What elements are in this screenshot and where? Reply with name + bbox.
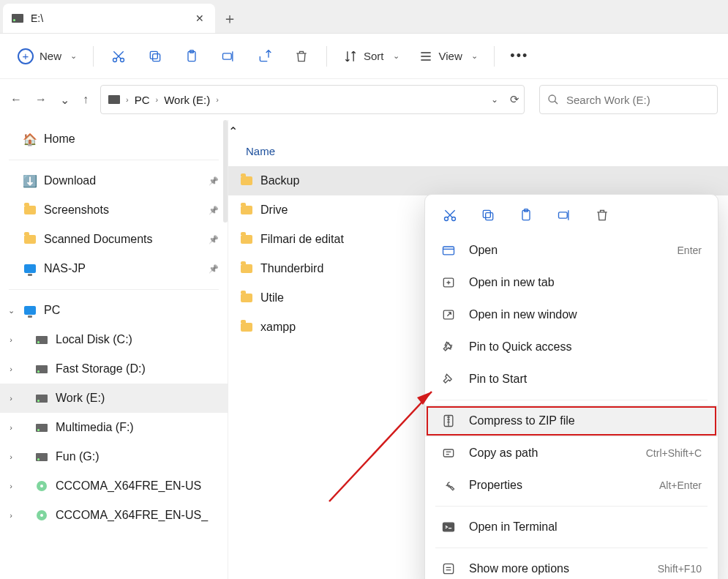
new-tab-button[interactable]: ＋ [215, 4, 244, 33]
search-input[interactable] [566, 94, 710, 106]
back-button[interactable]: ← [10, 93, 22, 107]
sidebar-item-label: CCCOMA_X64FRE_EN-US [56, 479, 201, 493]
refresh-button[interactable]: ⟳ [510, 93, 519, 106]
sidebar-drive-g[interactable]: › Fun (G:) [0, 442, 228, 471]
expand-icon[interactable]: › [4, 511, 18, 520]
ctx-more-options[interactable]: Show more options Shift+F10 [425, 553, 718, 579]
file-row[interactable]: Backup [228, 166, 728, 195]
sidebar: 🏠 Home ⬇️ Download Screenshots Scanned D… [0, 120, 228, 579]
sidebar-item-screenshots[interactable]: Screenshots [0, 195, 228, 225]
clipboard-icon [184, 49, 199, 64]
address-bar[interactable]: › PC › Work (E:) › ⌄ ⟳ [100, 85, 525, 114]
breadcrumb-segment[interactable]: Work (E:) [164, 94, 210, 106]
ctx-label: Open in Terminal [469, 520, 558, 534]
up-button[interactable]: ↑ [83, 93, 89, 107]
sidebar-item-label: CCCOMA_X64FRE_EN-US_ [56, 509, 208, 522]
paste-button[interactable] [176, 42, 208, 71]
disc-icon [35, 509, 48, 522]
ctx-pin-start[interactable]: Pin to Start [425, 363, 718, 395]
search-icon [547, 94, 559, 105]
ctx-open[interactable]: Open Enter [425, 234, 718, 266]
sidebar-drive-e[interactable]: › Work (E:) [0, 384, 228, 413]
ctx-label: Properties [469, 479, 522, 492]
folder-icon [23, 233, 37, 246]
sidebar-pc[interactable]: ⌄ PC [0, 296, 228, 325]
folder-icon [240, 321, 253, 334]
disc-icon [35, 479, 48, 493]
cut-button[interactable] [102, 42, 135, 71]
sidebar-item-label: Multimedia (F:) [56, 421, 134, 434]
expand-icon[interactable]: › [4, 482, 18, 490]
sort-button[interactable]: Sort ⌄ [336, 42, 407, 71]
ctx-label: Compress to ZIP file [469, 414, 575, 427]
drive-icon [35, 392, 48, 405]
folder-icon [240, 291, 253, 305]
sidebar-item-label: Home [44, 132, 75, 146]
ctx-open-new-tab[interactable]: Open in new tab [425, 266, 718, 299]
svg-rect-10 [486, 213, 493, 220]
share-button[interactable] [249, 42, 281, 71]
paste-button[interactable] [517, 206, 535, 224]
ctx-pin-quick[interactable]: Pin to Quick access [425, 331, 718, 363]
chevron-down-icon: ⌄ [393, 51, 399, 61]
view-button[interactable]: View ⌄ [411, 42, 485, 71]
sidebar-item-scanned[interactable]: Scanned Documents [0, 225, 228, 254]
ctx-compress-zip[interactable]: Compress to ZIP file [425, 405, 718, 437]
pin-icon [441, 340, 456, 354]
sidebar-drive-d[interactable]: › Fast Storage (D:) [0, 354, 228, 384]
ctx-copy-path[interactable]: Copy as path Ctrl+Shift+C [425, 437, 718, 469]
chevron-right-icon: › [126, 95, 129, 104]
sidebar-home[interactable]: 🏠 Home [0, 124, 228, 154]
svg-rect-2 [153, 53, 160, 61]
cut-button[interactable] [441, 206, 459, 224]
more-button[interactable]: ••• [503, 42, 536, 71]
tab-title: E:\ [31, 12, 43, 24]
search-box[interactable] [539, 85, 718, 114]
breadcrumb-segment[interactable]: PC [135, 94, 150, 106]
ctx-open-new-window[interactable]: Open in new window [425, 299, 718, 331]
new-button[interactable]: + New ⌄ [10, 42, 84, 71]
chevron-down-icon: ⌄ [471, 51, 478, 61]
copy-button[interactable] [479, 206, 497, 224]
sidebar-item-nas[interactable]: NAS-JP [0, 254, 228, 283]
forward-button[interactable]: → [35, 93, 47, 107]
plus-icon: + [18, 48, 34, 64]
nav-arrows: ← → ⌄ ↑ [10, 93, 93, 107]
sidebar-drive-c[interactable]: › Local Disk (C:) [0, 325, 228, 354]
separator [93, 46, 94, 67]
chevron-down-icon: ⌄ [70, 51, 77, 61]
address-dropdown[interactable]: ⌄ [491, 94, 498, 105]
ctx-terminal[interactable]: Open in Terminal [425, 511, 718, 543]
sidebar-item-label: Local Disk (C:) [56, 333, 132, 346]
sidebar-drive-dvd1[interactable]: › CCCOMA_X64FRE_EN-US [0, 471, 228, 501]
share-icon [258, 49, 272, 64]
expand-icon[interactable]: › [4, 452, 18, 461]
sidebar-drive-f[interactable]: › Multimedia (F:) [0, 413, 228, 442]
tab-close-button[interactable]: ✕ [193, 12, 206, 25]
expand-icon[interactable]: › [4, 365, 18, 373]
rename-button[interactable] [555, 206, 573, 224]
sidebar-drive-dvd2[interactable]: › CCCOMA_X64FRE_EN-US_ [0, 501, 228, 530]
ctx-properties[interactable]: Properties Alt+Enter [425, 469, 718, 501]
tab-current[interactable]: E:\ ✕ [3, 4, 215, 33]
expand-icon[interactable]: › [4, 335, 18, 344]
monitor-icon [23, 262, 37, 275]
scissors-icon [443, 208, 457, 223]
delete-button[interactable] [285, 42, 318, 71]
svg-rect-19 [443, 449, 453, 457]
expand-icon[interactable]: › [4, 423, 18, 432]
collapse-icon[interactable]: ⌄ [4, 306, 18, 315]
folder-icon [240, 262, 253, 275]
sidebar-item-download[interactable]: ⬇️ Download [0, 166, 228, 195]
sidebar-item-label: NAS-JP [44, 262, 86, 275]
column-header-name[interactable]: Name [228, 138, 728, 163]
expand-icon[interactable]: › [4, 394, 18, 403]
delete-button[interactable] [593, 206, 611, 224]
separator [326, 46, 327, 67]
drive-icon [12, 14, 23, 23]
copy-button[interactable] [139, 42, 171, 71]
rename-icon [557, 208, 571, 223]
recent-dropdown[interactable]: ⌄ [60, 93, 70, 107]
drive-icon [35, 362, 48, 376]
rename-button[interactable] [212, 42, 244, 71]
